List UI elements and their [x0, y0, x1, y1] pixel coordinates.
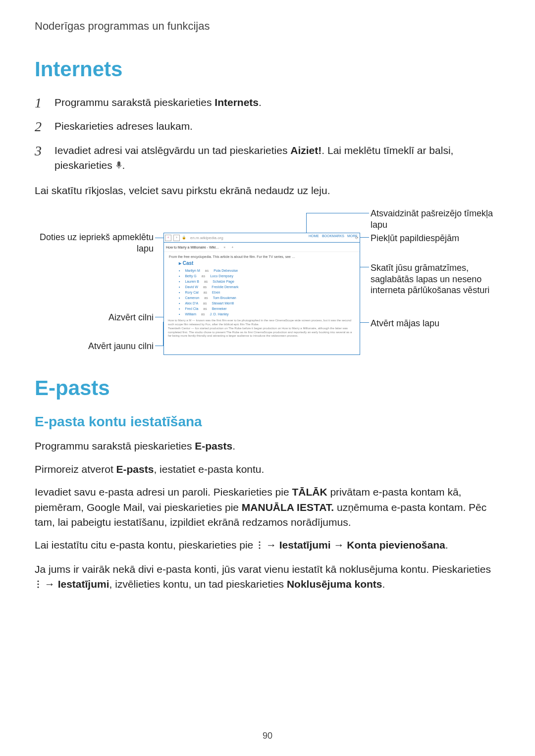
epasts-p1: Programmu sarakstā pieskarieties E-pasts… — [35, 439, 500, 454]
browser-diagram: Doties uz iepriekš apmeklētu lapu Aizvēr… — [35, 208, 500, 361]
step-1-text-c: . — [259, 97, 262, 108]
browser-screenshot: ‹ › 🔒 en.m.wikipedia.org ⟳ HOME BOOKMARK… — [163, 233, 360, 355]
section-header: Noderīgas programmas un funkcijas — [35, 20, 500, 33]
step-3: Ievadiet adresi vai atslēgvārdu un tad p… — [35, 143, 500, 174]
subheading-epasts: E-pasta kontu iestatīšana — [35, 414, 500, 430]
label-home: Atvērt mājas lapu — [371, 318, 499, 329]
label-refresh: Atsvaidzināt pašreizējo tīmekļa lapu — [371, 208, 499, 230]
label-options: Piekļūt papildiespējām — [371, 233, 499, 244]
scroll-hint: Lai skatītu rīkjoslas, velciet savu pirk… — [35, 183, 500, 198]
epasts-p5: Ja jums ir vairāk nekā divi e-pasta kont… — [35, 562, 500, 593]
svg-point-2 — [259, 548, 260, 549]
svg-point-3 — [37, 581, 39, 582]
label-close-tab: Aizvērt cilni — [35, 312, 154, 323]
svg-point-4 — [37, 584, 39, 585]
tab-bookmarks: BOOKMARKS — [322, 234, 344, 238]
step-3-bold: Aiziet! — [290, 145, 321, 156]
label-new-tab: Atvērt jaunu cilni — [35, 341, 154, 352]
svg-point-0 — [259, 542, 260, 543]
step-1: Programmu sarakstā pieskarieties Interne… — [35, 95, 500, 110]
tab-more: MORE — [347, 234, 358, 238]
label-back: Doties uz iepriekš apmeklētu lapu — [35, 232, 154, 254]
step-1-text-a: Programmu sarakstā pieskarieties — [54, 97, 214, 108]
svg-point-5 — [37, 587, 39, 588]
svg-point-1 — [259, 545, 260, 546]
nav-forward-icon: › — [173, 235, 180, 241]
epasts-p2: Pirmoreiz atverot E-pasts, iestatiet e-p… — [35, 462, 500, 477]
label-bookmarks: Skatīt jūsu grāmatzīmes, saglabātās lapa… — [371, 262, 499, 296]
heading-internets: Internets — [35, 57, 500, 81]
heading-epasts: E-pasts — [35, 376, 500, 400]
step-3-text-d: . — [122, 159, 125, 171]
steps-list: Programmu sarakstā pieskarieties Interne… — [35, 95, 500, 174]
mic-icon — [115, 159, 122, 174]
page-number: 90 — [0, 731, 535, 741]
nav-back-icon: ‹ — [165, 235, 171, 241]
epasts-p3: Ievadiet savu e-pasta adresi un paroli. … — [35, 485, 500, 530]
tab-new-icon: + — [230, 246, 235, 249]
step-2: Pieskarieties adreses laukam. — [35, 119, 500, 134]
tab-close-icon: × — [222, 246, 227, 249]
epasts-p4: Lai iestatītu citu e-pasta kontu, pieska… — [35, 538, 500, 554]
more-icon — [35, 578, 42, 593]
step-3-text-a: Ievadiet adresi vai atslēgvārdu un tad p… — [54, 145, 290, 156]
more-icon — [256, 539, 263, 554]
step-1-bold: Internets — [214, 97, 259, 108]
tab-home: HOME — [309, 234, 319, 238]
